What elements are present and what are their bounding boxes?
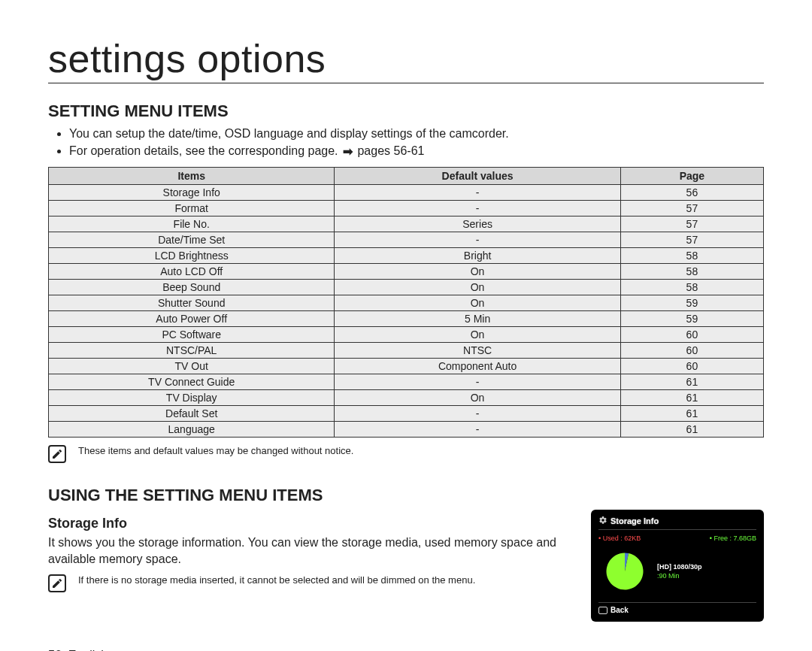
table-cell: 60: [620, 327, 763, 343]
table-cell: -: [335, 185, 620, 201]
table-cell: -: [335, 232, 620, 248]
table-cell: 58: [620, 248, 763, 264]
table-cell: 59: [620, 311, 763, 327]
table-cell: Auto LCD Off: [49, 264, 335, 280]
table-cell: 61: [620, 406, 763, 422]
section-setting-menu-heading: SETTING MENU ITEMS: [48, 101, 764, 121]
table-row: TV Connect Guide-61: [49, 374, 764, 390]
table-cell: 61: [620, 422, 763, 438]
table-row: TV DisplayOn61: [49, 390, 764, 406]
table-cell: Bright: [335, 248, 620, 264]
note-2-text: If there is no storage media inserted, i…: [78, 574, 475, 587]
note-1-text: These items and default values may be ch…: [78, 445, 353, 458]
gear-icon: [598, 516, 607, 526]
table-cell: 5 Min: [335, 311, 620, 327]
table-cell: TV Display: [49, 390, 335, 406]
table-row: Language-61: [49, 422, 764, 438]
storage-info-heading: Storage Info: [48, 516, 576, 531]
table-cell: -: [335, 201, 620, 216]
hd-label: [HD] 1080/30p: [657, 562, 702, 572]
back-label: Back: [611, 606, 629, 614]
table-row: NTSC/PALNTSC60: [49, 343, 764, 359]
bullet-1: You can setup the date/time, OSD languag…: [69, 126, 764, 142]
note-2: If there is no storage media inserted, i…: [48, 574, 576, 592]
table-row: Auto Power Off5 Min59: [49, 311, 764, 327]
table-cell: NTSC: [335, 343, 620, 359]
table-row: Shutter SoundOn59: [49, 295, 764, 311]
intro-bullets: You can setup the date/time, OSD languag…: [48, 126, 764, 159]
table-cell: 57: [620, 216, 763, 232]
table-cell: -: [335, 422, 620, 438]
table-cell: Date/Time Set: [49, 232, 335, 248]
bullet-2-pages: pages 56-61: [357, 144, 424, 157]
pencil-note-icon: [48, 445, 66, 463]
table-cell: 58: [620, 280, 763, 295]
pencil-note-icon: [48, 574, 66, 592]
stat-free: • Free : 7.68GB: [710, 534, 756, 542]
table-cell: On: [335, 390, 620, 406]
table-cell: Auto Power Off: [49, 311, 335, 327]
table-row: PC SoftwareOn60: [49, 327, 764, 343]
table-cell: Storage Info: [49, 185, 335, 201]
document-page: settings options SETTING MENU ITEMS You …: [0, 0, 812, 651]
table-cell: 61: [620, 390, 763, 406]
table-row: Format-57: [49, 201, 764, 216]
page-title: settings options: [48, 36, 764, 83]
panel-title: Storage Info: [611, 516, 659, 525]
bullet-2: For operation details, see the correspon…: [69, 143, 764, 160]
table-cell: 56: [620, 185, 763, 201]
note-1: These items and default values may be ch…: [48, 445, 764, 463]
table-cell: On: [335, 295, 620, 311]
table-cell: 59: [620, 295, 763, 311]
storage-info-body: It shows you the storage information. Yo…: [48, 534, 576, 567]
table-row: Beep SoundOn58: [49, 280, 764, 295]
arrow-right-icon: ➡: [343, 144, 353, 160]
section-using-heading: USING THE SETTING MENU ITEMS: [48, 486, 764, 505]
storage-pie-chart: [598, 545, 651, 598]
table-cell: 58: [620, 264, 763, 280]
table-row: File No.Series57: [49, 216, 764, 232]
table-row: LCD BrightnessBright58: [49, 248, 764, 264]
table-cell: On: [335, 264, 620, 280]
table-cell: TV Connect Guide: [49, 374, 335, 390]
table-cell: -: [335, 374, 620, 390]
table-cell: Default Set: [49, 406, 335, 422]
table-cell: TV Out: [49, 359, 335, 374]
back-icon: [598, 607, 607, 614]
table-row: Auto LCD OffOn58: [49, 264, 764, 280]
table-cell: 57: [620, 232, 763, 248]
table-cell: 61: [620, 374, 763, 390]
table-cell: Format: [49, 201, 335, 216]
table-cell: File No.: [49, 216, 335, 232]
storage-info-panel: Storage Info • Used : 62KB • Free : 7.68…: [591, 510, 764, 622]
bullet-2-text: For operation details, see the correspon…: [69, 144, 341, 157]
min-label: :90 Min: [657, 571, 702, 581]
table-row: Default Set-61: [49, 406, 764, 422]
col-items: Items: [49, 168, 335, 185]
col-default: Default values: [335, 168, 620, 185]
settings-table: Items Default values Page Storage Info-5…: [48, 167, 764, 438]
table-cell: Beep Sound: [49, 280, 335, 295]
table-cell: 57: [620, 201, 763, 216]
table-cell: PC Software: [49, 327, 335, 343]
table-cell: LCD Brightness: [49, 248, 335, 264]
table-cell: -: [335, 406, 620, 422]
table-cell: NTSC/PAL: [49, 343, 335, 359]
table-cell: Shutter Sound: [49, 295, 335, 311]
table-cell: 60: [620, 343, 763, 359]
stat-used: • Used : 62KB: [598, 534, 641, 542]
table-cell: Series: [335, 216, 620, 232]
table-cell: On: [335, 327, 620, 343]
table-cell: Language: [49, 422, 335, 438]
table-row: Storage Info-56: [49, 185, 764, 201]
table-row: TV OutComponent Auto60: [49, 359, 764, 374]
table-row: Date/Time Set-57: [49, 232, 764, 248]
table-cell: Component Auto: [335, 359, 620, 374]
col-page: Page: [620, 168, 763, 185]
table-cell: 60: [620, 359, 763, 374]
table-cell: On: [335, 280, 620, 295]
